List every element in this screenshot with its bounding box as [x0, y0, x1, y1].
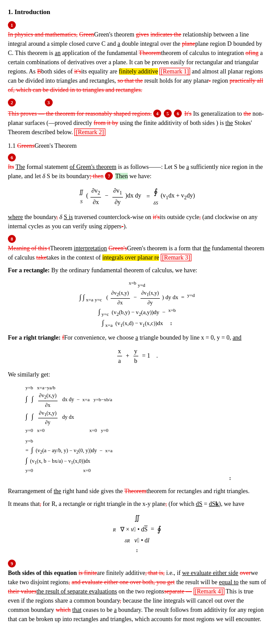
- fraction-xa: x a: [117, 347, 122, 366]
- underline-a: a: [118, 40, 120, 47]
- annotation-8: 8: [8, 234, 266, 244]
- underline-that: that: [72, 607, 82, 613]
- circle-6a: 6: [174, 110, 182, 117]
- text-green1: Green's: [94, 31, 112, 38]
- strikethrough-comma6: ,: [120, 597, 122, 604]
- strikethrough-gives: gives: [136, 31, 149, 38]
- both-sides-paragraph: Both sides of this equation is finiteare…: [8, 568, 266, 624]
- circle-2: 2: [8, 99, 16, 106]
- formal-statement-paragraph: Its The formal statement of Green's theo…: [8, 162, 266, 181]
- we-similarly-paragraph: We similarly get:: [8, 370, 266, 379]
- annotation-6b: 6: [8, 153, 266, 162]
- underline-dSk: dSk: [209, 501, 219, 507]
- fraction-yb: y b: [133, 347, 138, 366]
- underline-a2: a: [186, 164, 189, 170]
- strikethrough-comma3: ,: [40, 501, 41, 507]
- underline-and: and: [233, 334, 242, 341]
- remark-4-box: [Remark 4]: [194, 588, 224, 595]
- math-line-3: :: [25, 474, 231, 482]
- strikethrough-Theorem2: Theorem: [124, 488, 147, 494]
- strikethrough-dashes: -: [122, 223, 124, 230]
- for-rectangle-paragraph: For a rectangle: By the ordinary fundame…: [8, 266, 266, 275]
- where-paragraph: where the boundary, δ S is traversed cou…: [8, 212, 266, 231]
- text-Greens2: Green's: [127, 245, 145, 252]
- math-delta-S: δ: [43, 173, 46, 179]
- underline-equalto: equal to: [219, 579, 239, 585]
- strikethrough-dash: -: [209, 77, 211, 84]
- strikethrough-which: which: [56, 607, 71, 613]
- remark-1-box: [Remark 1]: [159, 68, 190, 75]
- strikethrough-fFor: f: [62, 334, 64, 341]
- for-right-triangle-paragraph: For a right triangle: fFor convenience, …: [8, 333, 266, 342]
- text-arefinitely: are finitely additive: [97, 570, 145, 576]
- math-line-2: y=b = ∫ (v2(a − ay/b, y) − v2(0, y))dy −…: [25, 437, 266, 474]
- strikethrough-this-proves: This proves — the theorem for reasonably…: [8, 110, 152, 117]
- math-formula-surface: ∬ R ∇ × v⃗ • dS = ∮ δR v⃗ • dl :: [8, 513, 266, 555]
- circle-6b: 6: [8, 154, 16, 161]
- underline-theresultof: the result of separate evaluations: [36, 588, 117, 595]
- underline-the: the: [225, 120, 233, 126]
- text-theorem1: theorem: [161, 50, 181, 56]
- strikethrough-separate: separate —: [164, 588, 192, 595]
- strikethrough-theirvalues: their values: [8, 588, 36, 595]
- strikethrough-the: the: [243, 110, 251, 117]
- text-takes: takes: [47, 254, 59, 261]
- highlight-Then: Then: [115, 173, 128, 179]
- strikethrough-ofing: ofing: [245, 50, 259, 56]
- section-title: 1. Introduction: [8, 7, 266, 17]
- fraction-dv1dy: ∂v1 ∂y: [112, 186, 123, 206]
- strikethrough-B: B: [37, 68, 41, 75]
- annotation-9: 9: [8, 559, 266, 568]
- circle-7: 7: [105, 172, 113, 180]
- math-formula-triangle: y=b x=a−ya/b ∫ ∫ ∂v2(x,y) ∂x dx dy − x=a…: [8, 384, 266, 482]
- strikethrough-Its2: Its: [8, 164, 14, 170]
- text-Its: Its: [191, 110, 199, 117]
- strikethrough-comma-where: ,: [56, 214, 58, 220]
- underline-interpretation: interpretation: [74, 245, 107, 252]
- underline-S-is: S is: [64, 214, 73, 220]
- strikethrough-text-1: In physics and mathematics,: [8, 31, 78, 38]
- strikethrough-andevaluate: and evaluate either one over both, you g…: [72, 579, 175, 585]
- document-container: 1. Introduction 1 In physics and mathema…: [8, 7, 266, 624]
- math-line-1: y=b x=a−ya/b ∫ ∫ ∂v2(x,y) ∂x dx dy − x=a…: [25, 384, 266, 434]
- meaning-paragraph: Meaning of this tTheorem interpretation …: [8, 244, 266, 262]
- underline-a4: a: [114, 607, 116, 613]
- circle-1: 1: [8, 21, 16, 29]
- fraction-rect-dv2dx: ∂v2(x,y) ∂x: [111, 289, 130, 306]
- text-theorem2: theorem: [146, 488, 166, 494]
- strikethrough-comma5: ,: [68, 579, 70, 585]
- underline-the3: the: [54, 488, 61, 494]
- highlight-integrals: integrals over planar re: [102, 254, 159, 261]
- math-formula-triangle-line: x a + y b = 1 .: [8, 347, 266, 366]
- fraction-rect-dv1dy: ∂v1(x,y) ∂y: [141, 289, 160, 306]
- highlight-finitely: finitely additive: [119, 68, 158, 75]
- underline-a3: a: [135, 334, 138, 341]
- text-Theorem: Theorem: [50, 245, 72, 252]
- underline-dS: dS: [196, 501, 202, 507]
- text-theresult: the result will be: [176, 579, 217, 585]
- rearrangement-paragraph: Rearrangement of the right hand side giv…: [8, 487, 266, 496]
- underline-where: where: [8, 214, 23, 220]
- text-ie: i.e.,: [166, 570, 176, 576]
- math-deltaS-text: δ: [59, 214, 62, 220]
- strikethrough-Its: It's: [184, 110, 192, 117]
- strikethrough-thatisi: , that is,: [145, 570, 165, 576]
- fraction-dv2dx: ∂v2 ∂x: [90, 186, 101, 206]
- text-its2: its: [160, 214, 166, 220]
- strikethrough-isfinite: is finite: [79, 570, 97, 576]
- remark-3-box: [Remark 3]: [161, 254, 191, 261]
- strikethrough-its: it's: [74, 68, 81, 75]
- strikethrough-overwe: over: [240, 570, 251, 576]
- circle-8: 8: [8, 235, 16, 243]
- text-and: and: [192, 68, 201, 75]
- strikethrough-Greens2: Green's: [108, 245, 127, 252]
- math-table-1: ∬ S ( ∂v2 ∂x − ∂v1 ∂y )dx dy =: [78, 185, 196, 208]
- text-sits: its: [81, 68, 87, 75]
- intro-paragraph-cont: This proves — the theorem for reasonably…: [8, 109, 266, 137]
- underline-an: an: [55, 50, 61, 56]
- strikethrough-plane: plane: [182, 40, 195, 47]
- strikethrough-fromitby: from it by: [94, 120, 118, 126]
- strikethrough-sothat: so that the: [118, 77, 143, 84]
- for-right-triangle-label: For a right triangle:: [8, 334, 61, 341]
- underline-weevaluate: we evaluate either side: [182, 570, 238, 576]
